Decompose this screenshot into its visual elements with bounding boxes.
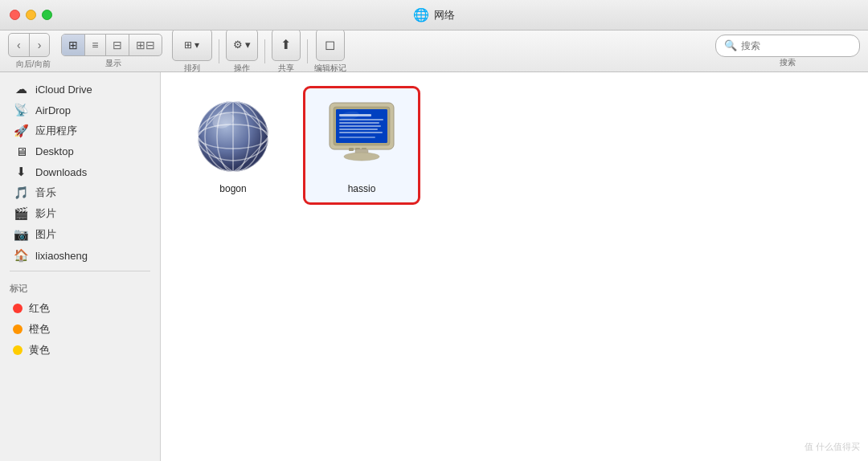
toolbar: ‹ › 向后/向前 ⊞ ≡ ⊟ ⊞⊟ 显示 ⊞ ▾ 排列 ⚙ ▾ 操作 — [0, 31, 868, 72]
sort-group: ⊞ ▾ 排列 — [172, 29, 212, 74]
home-icon: 🏠 — [13, 248, 29, 263]
sidebar-music-label: 音乐 — [35, 186, 56, 200]
nav-label: 向后/向前 — [16, 59, 51, 70]
sidebar-tag-orange[interactable]: 橙色 — [3, 319, 157, 340]
action-arrow: ▾ — [245, 39, 251, 51]
separator-3 — [307, 39, 308, 63]
sidebar-home-label: lixiaosheng — [35, 250, 88, 262]
back-button[interactable]: ‹ — [9, 34, 30, 56]
share-button[interactable]: ⬆ — [272, 29, 301, 61]
view-cover-btn[interactable]: ⊞⊟ — [129, 35, 162, 55]
view-column-btn[interactable]: ⊟ — [106, 35, 129, 55]
music-icon: 🎵 — [13, 186, 29, 200]
share-group: ⬆ 共享 — [272, 29, 301, 74]
maximize-button[interactable] — [42, 10, 52, 20]
icloud-icon: ☁ — [13, 82, 29, 96]
sidebar-movies-label: 影片 — [35, 206, 56, 221]
file-grid: bogon — [177, 88, 852, 202]
svg-rect-21 — [349, 148, 354, 151]
nav-group: ‹ › 向后/向前 — [8, 33, 58, 70]
sidebar-tag-yellow-label: 黄色 — [29, 343, 50, 357]
photos-icon: 📷 — [13, 227, 29, 242]
tags-section-label: 标记 — [0, 276, 160, 298]
sidebar-item-music[interactable]: 🎵 音乐 — [3, 182, 157, 203]
search-icon: 🔍 — [724, 39, 737, 51]
sidebar-item-movies[interactable]: 🎬 影片 — [3, 203, 157, 224]
view-buttons: ⊞ ≡ ⊟ ⊞⊟ — [61, 34, 162, 56]
sidebar-photos-label: 图片 — [35, 227, 56, 242]
sidebar-item-desktop[interactable]: 🖥 Desktop — [3, 141, 157, 161]
main: ☁ iCloud Drive 📡 AirDrop 🚀 应用程序 🖥 Deskto… — [0, 72, 868, 461]
search-group: 🔍 搜索 — [715, 35, 860, 68]
movies-icon: 🎬 — [13, 206, 29, 221]
airdrop-icon: 📡 — [13, 103, 29, 117]
sidebar-tag-yellow[interactable]: 黄色 — [3, 340, 157, 361]
action-button[interactable]: ⚙ ▾ — [226, 29, 258, 61]
sidebar-downloads-label: Downloads — [35, 166, 87, 178]
sidebar-divider — [10, 271, 150, 271]
nav-buttons: ‹ › — [8, 33, 50, 57]
sort-button[interactable]: ⊞ ▾ — [172, 29, 212, 61]
sidebar-airdrop-label: AirDrop — [35, 104, 71, 116]
action-group: ⚙ ▾ 操作 — [226, 29, 258, 74]
yellow-dot — [13, 345, 23, 355]
svg-rect-18 — [339, 132, 383, 133]
bogon-icon — [193, 96, 273, 177]
red-dot — [13, 304, 23, 313]
sort-icon: ⊞ — [184, 39, 192, 51]
close-button[interactable] — [10, 10, 20, 20]
search-box[interactable]: 🔍 — [715, 35, 860, 57]
view-label: 显示 — [105, 58, 121, 69]
view-icon-btn[interactable]: ⊞ — [62, 35, 85, 55]
downloads-icon: ⬇ — [13, 165, 29, 179]
separator-1 — [219, 39, 219, 63]
svg-point-25 — [344, 153, 379, 161]
tag-icon: ◻ — [325, 37, 335, 52]
view-list-btn[interactable]: ≡ — [85, 35, 105, 55]
file-item-hassio[interactable]: hassio — [305, 88, 418, 202]
svg-rect-17 — [339, 129, 378, 130]
gear-icon: ⚙ — [233, 39, 243, 51]
hassio-icon — [321, 96, 402, 177]
search-input[interactable] — [741, 40, 851, 51]
file-area: bogon — [161, 72, 868, 461]
hassio-name: hassio — [348, 183, 376, 194]
apps-icon: 🚀 — [13, 124, 29, 138]
desktop-icon: 🖥 — [13, 145, 29, 158]
sidebar-desktop-label: Desktop — [35, 145, 74, 157]
share-icon: ⬆ — [280, 37, 291, 52]
minimize-button[interactable] — [26, 10, 36, 20]
window-title: 🌐 网络 — [413, 7, 455, 22]
sidebar-item-apps[interactable]: 🚀 应用程序 — [3, 120, 157, 141]
sidebar-apps-label: 应用程序 — [35, 124, 77, 138]
tag-button[interactable]: ◻ — [316, 29, 345, 61]
traffic-lights — [10, 10, 52, 20]
separator-2 — [264, 39, 265, 63]
orange-dot — [13, 324, 23, 334]
window-title-text: 网络 — [434, 8, 455, 22]
watermark: 值 什么值得买 — [805, 441, 860, 453]
tag-group: ◻ 编辑标记 — [314, 29, 346, 74]
sidebar-item-downloads[interactable]: ⬇ Downloads — [3, 161, 157, 182]
sidebar-item-home[interactable]: 🏠 lixiaosheng — [3, 245, 157, 266]
svg-rect-16 — [339, 125, 381, 127]
svg-rect-19 — [339, 137, 375, 138]
window-icon: 🌐 — [413, 7, 429, 22]
bogon-name: bogon — [219, 183, 246, 194]
search-label: 搜索 — [780, 57, 796, 68]
file-item-bogon[interactable]: bogon — [177, 88, 289, 202]
sort-arrow: ▾ — [194, 39, 199, 51]
titlebar: 🌐 网络 — [0, 0, 868, 31]
sidebar-tag-red-label: 红色 — [29, 301, 50, 316]
view-group: ⊞ ≡ ⊟ ⊞⊟ 显示 — [61, 34, 165, 69]
sidebar-icloud-label: iCloud Drive — [35, 84, 92, 96]
sidebar-item-icloud[interactable]: ☁ iCloud Drive — [3, 79, 157, 100]
sidebar-tag-orange-label: 橙色 — [29, 322, 50, 337]
sidebar: ☁ iCloud Drive 📡 AirDrop 🚀 应用程序 🖥 Deskto… — [0, 72, 161, 461]
sidebar-item-photos[interactable]: 📷 图片 — [3, 224, 157, 245]
forward-button[interactable]: › — [30, 34, 50, 56]
svg-rect-15 — [339, 122, 379, 124]
sidebar-tag-red[interactable]: 红色 — [3, 298, 157, 319]
sidebar-item-airdrop[interactable]: 📡 AirDrop — [3, 100, 157, 120]
